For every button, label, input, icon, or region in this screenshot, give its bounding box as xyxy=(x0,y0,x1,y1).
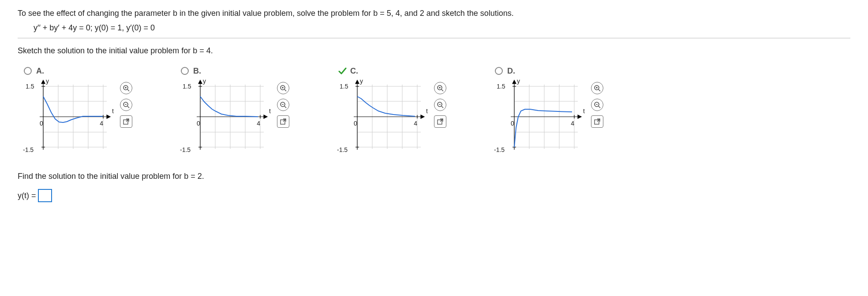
curve xyxy=(357,96,415,116)
choice-d-header: D. xyxy=(495,66,603,76)
svg-line-17 xyxy=(127,89,129,91)
y-tick-bottom: -1.5 xyxy=(337,146,348,153)
t-axis-label: t xyxy=(112,107,114,115)
svg-marker-62 xyxy=(421,115,424,118)
t-axis-label: t xyxy=(269,107,271,115)
choice-c-label: C. xyxy=(350,67,358,76)
answer-row: y(t) = xyxy=(18,189,850,202)
answer-label: y(t) = xyxy=(18,191,36,200)
choice-c[interactable]: C. y t 1.5 -1.5 0 4 xyxy=(338,66,446,154)
svg-marker-87 xyxy=(578,115,581,118)
svg-line-74 xyxy=(440,119,443,122)
svg-marker-60 xyxy=(355,80,359,84)
zoom-in-icon[interactable] xyxy=(277,82,289,94)
svg-line-46 xyxy=(284,106,286,108)
curve xyxy=(514,109,572,147)
choice-row: A. y t 1.5 -1.5 0 4 xyxy=(24,66,850,154)
svg-marker-37 xyxy=(264,115,267,118)
curve xyxy=(200,96,258,117)
bottom-prompt: Find the solution to the initial value p… xyxy=(18,172,850,181)
origin-label: 0 xyxy=(511,120,514,127)
zoom-in-icon[interactable] xyxy=(591,82,603,94)
choice-a-header: A. xyxy=(24,66,132,76)
divider xyxy=(18,38,850,38)
y-tick-bottom: -1.5 xyxy=(23,146,34,153)
zoom-in-icon[interactable] xyxy=(434,82,446,94)
choice-b-graph: y t 1.5 -1.5 0 4 xyxy=(181,79,269,154)
y-tick-top: 1.5 xyxy=(497,83,505,90)
zoom-out-icon[interactable] xyxy=(120,99,132,111)
y-tick-bottom: -1.5 xyxy=(180,146,191,153)
zoom-out-icon[interactable] xyxy=(434,99,446,111)
choice-b[interactable]: B. y t 1.5 -1.5 0 4 xyxy=(181,66,289,154)
origin-label: 0 xyxy=(197,120,200,127)
zoom-in-icon[interactable] xyxy=(120,82,132,94)
svg-line-21 xyxy=(127,106,129,108)
origin-label: 0 xyxy=(354,120,357,127)
svg-line-96 xyxy=(599,106,600,108)
t-axis-label: t xyxy=(583,107,585,115)
choice-d-label: D. xyxy=(507,67,515,76)
radio-icon[interactable] xyxy=(495,67,503,75)
svg-marker-10 xyxy=(41,80,45,84)
x-tick-end: 4 xyxy=(257,120,260,127)
choice-a-label: A. xyxy=(36,67,44,76)
y-axis-label: y xyxy=(203,78,206,85)
svg-line-71 xyxy=(441,106,443,108)
y-tick-top: 1.5 xyxy=(340,83,348,90)
popout-icon[interactable] xyxy=(434,115,446,128)
choice-c-header: C. xyxy=(338,66,446,76)
choice-d-graph: y t 1.5 -1.5 0 4 xyxy=(495,79,583,154)
radio-icon[interactable] xyxy=(181,67,189,75)
svg-line-92 xyxy=(599,89,600,91)
origin-label: 0 xyxy=(40,120,43,127)
y-tick-top: 1.5 xyxy=(26,83,34,90)
y-tick-top: 1.5 xyxy=(183,83,191,90)
svg-line-67 xyxy=(441,89,443,91)
zoom-out-icon[interactable] xyxy=(591,99,603,111)
svg-line-49 xyxy=(283,119,286,122)
chart-svg xyxy=(338,79,426,154)
radio-icon[interactable] xyxy=(24,67,32,75)
popout-icon[interactable] xyxy=(120,115,132,128)
x-tick-end: 4 xyxy=(100,120,103,127)
sub-prompt: Sketch the solution to the initial value… xyxy=(18,46,850,56)
x-tick-end: 4 xyxy=(571,120,574,127)
y-axis-label: y xyxy=(517,78,520,85)
chart-svg xyxy=(181,79,269,154)
x-tick-end: 4 xyxy=(414,120,417,127)
chart-svg xyxy=(495,79,583,154)
zoom-out-icon[interactable] xyxy=(277,99,289,111)
check-correct-icon xyxy=(338,67,347,75)
popout-icon[interactable] xyxy=(591,115,603,128)
chart-svg xyxy=(24,79,112,154)
choice-a-graph: y t 1.5 -1.5 0 4 xyxy=(24,79,112,154)
choice-b-header: B. xyxy=(181,66,289,76)
svg-line-24 xyxy=(126,119,129,122)
answer-input[interactable] xyxy=(38,189,52,202)
svg-line-99 xyxy=(597,119,600,122)
y-tick-bottom: -1.5 xyxy=(494,146,505,153)
svg-line-42 xyxy=(284,89,286,91)
choice-d[interactable]: D. y t 1.5 -1.5 0 4 xyxy=(495,66,603,154)
popout-icon[interactable] xyxy=(277,115,289,128)
y-axis-label: y xyxy=(360,78,363,85)
choice-c-graph: y t 1.5 -1.5 0 4 xyxy=(338,79,426,154)
svg-marker-35 xyxy=(198,80,202,84)
y-axis-label: y xyxy=(46,78,49,85)
svg-marker-12 xyxy=(107,115,110,118)
choice-b-label: B. xyxy=(193,67,201,76)
choice-a[interactable]: A. y t 1.5 -1.5 0 4 xyxy=(24,66,132,154)
t-axis-label: t xyxy=(426,107,428,115)
problem-equation: y′′ + by′ + 4y = 0; y(0) = 1, y′(0) = 0 xyxy=(34,23,850,33)
svg-marker-85 xyxy=(513,80,516,84)
problem-statement: To see the effect of changing the parame… xyxy=(18,9,850,18)
